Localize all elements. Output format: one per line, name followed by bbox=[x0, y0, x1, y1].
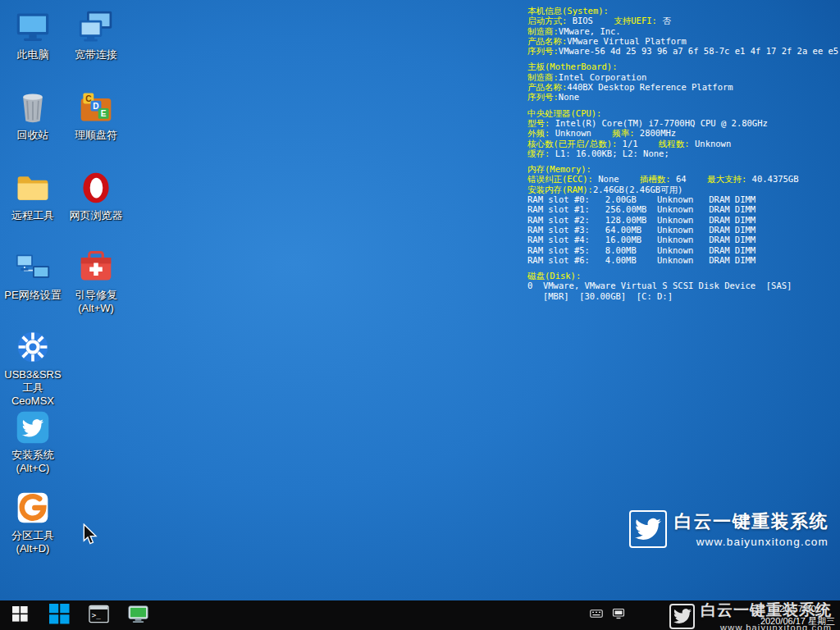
svg-text:E: E bbox=[101, 109, 107, 118]
system-info-line: 外频: Unknown 频率: 2800MHz bbox=[527, 128, 838, 138]
system-info-line: 型号: Intel(R) Core(TM) i7-7700HQ CPU @ 2.… bbox=[527, 118, 838, 128]
system-info-line: 产品名称:440BX Desktop Reference Platform bbox=[527, 82, 838, 92]
taskbar-app-buttons: >_ bbox=[0, 600, 158, 630]
desktop-icon-drive-letter-tool[interactable]: CDE理顺盘符 bbox=[66, 89, 126, 142]
taskbar: >_ 白云一键重装系统 www.baiyunxitong.com 20:57:3… bbox=[0, 600, 840, 630]
taskbar-clock[interactable]: 20:57:30 2020/06/17 星期三 bbox=[760, 603, 835, 627]
system-info-line: RAM slot #6: 4.00MB Unknown DRAM DIMM bbox=[527, 255, 838, 265]
system-info-line bbox=[527, 103, 838, 108]
windows-start-icon bbox=[12, 606, 28, 625]
system-info-line: 序列号:None bbox=[527, 92, 838, 102]
system-info-line: 缓存: L1: 16.00KB; L2: None; bbox=[527, 148, 838, 158]
network-monitors-icon bbox=[14, 249, 52, 286]
usb-gear-icon bbox=[14, 328, 52, 366]
svg-text:C: C bbox=[85, 94, 91, 103]
system-info-line: 产品名称:VMware Virtual Platform bbox=[527, 36, 838, 46]
desktop-icon-recycle-bin[interactable]: 回收站 bbox=[3, 89, 62, 142]
desktop-icon-boot-repair[interactable]: 引导修复(Alt+W) bbox=[66, 249, 126, 315]
taskbar-app-windows-app[interactable] bbox=[39, 600, 79, 630]
system-info-line: 制造商:Intel Corporation bbox=[527, 72, 838, 82]
bird-logo-icon bbox=[629, 510, 667, 548]
desktop-icon-usb3-srs-tools[interactable]: USB3&SRS工具CeoMSX bbox=[3, 328, 62, 408]
desktop-icon-partition-tool[interactable]: 分区工具(Alt+D) bbox=[3, 489, 62, 555]
desktop-icon-label: 回收站 bbox=[17, 129, 49, 142]
clock-date: 2020/06/17 星期三 bbox=[760, 615, 835, 627]
system-info-line: [MBR] [30.00GB] [C: D:] bbox=[527, 291, 838, 301]
system-info-line: 错误纠正(ECC): None 插槽数: 64 最大支持: 40.4375GB bbox=[527, 174, 838, 184]
computer-icon bbox=[14, 8, 52, 46]
tray-network-status[interactable] bbox=[612, 609, 625, 622]
system-info-line bbox=[527, 265, 838, 271]
svg-text:D: D bbox=[93, 102, 98, 111]
system-info-line: RAM slot #1: 256.00MB Unknown DRAM DIMM bbox=[527, 204, 838, 214]
system-info-line bbox=[527, 158, 838, 164]
system-info-line: 制造商:VMware, Inc. bbox=[527, 26, 838, 36]
system-info-line: 本机信息(System): bbox=[527, 6, 838, 16]
watermark-title: 白云一键重装系统 bbox=[674, 509, 829, 534]
desktop-icon-pe-network-settings[interactable]: PE网络设置 bbox=[3, 249, 62, 302]
cmd-icon: >_ bbox=[89, 604, 109, 628]
desktop-icon-install-system[interactable]: 安装系统(Alt+C) bbox=[3, 409, 62, 475]
desktop-icon-label: 远程工具 bbox=[11, 209, 54, 222]
desktop-icon-label: 理顺盘符 bbox=[75, 129, 117, 142]
keyboard-tray-icon bbox=[590, 607, 603, 623]
desktop: 此电脑宽带连接回收站CDE理顺盘符远程工具网页浏览器PE网络设置引导修复(Alt… bbox=[0, 0, 840, 600]
desktop-icon-label: 安装系统(Alt+C) bbox=[11, 449, 54, 475]
system-info-line: 安装内存(RAM):2.46GB(2.46GB可用) bbox=[527, 185, 838, 194]
system-info-line bbox=[527, 56, 838, 62]
system-info-line: 序列号:VMware-56 4d 25 93 96 a7 6f 58-7c e1… bbox=[527, 46, 838, 56]
repair-kit-icon bbox=[77, 249, 115, 286]
system-info-line: RAM slot #4: 16.00MB Unknown DRAM DIMM bbox=[527, 235, 838, 244]
desktop-icon-label: PE网络设置 bbox=[4, 289, 61, 302]
svg-text:>_: >_ bbox=[91, 610, 100, 619]
bird-app-icon bbox=[14, 409, 52, 446]
system-info-panel: 本机信息(System):启动方式: BIOS 支持UEFI: 否制造商:VMw… bbox=[527, 6, 838, 301]
system-info-line: 主板(MotherBoard): bbox=[527, 62, 838, 71]
pe-launcher-icon bbox=[128, 604, 148, 628]
network-tray-icon bbox=[612, 607, 625, 623]
system-tray bbox=[590, 600, 625, 630]
start-button[interactable] bbox=[0, 600, 39, 630]
dual-monitor-icon bbox=[77, 8, 115, 46]
desktop-icon-label: USB3&SRS工具CeoMSX bbox=[3, 368, 62, 408]
recycle-bin-icon bbox=[14, 89, 52, 126]
taskbar-app-pe-launcher[interactable] bbox=[118, 600, 158, 630]
clock-time: 20:57:30 bbox=[760, 603, 835, 615]
system-info-line: 磁盘(Disk): bbox=[527, 271, 838, 281]
desktop-icon-this-pc[interactable]: 此电脑 bbox=[3, 8, 62, 62]
system-info-line: 中央处理器(CPU): bbox=[527, 108, 838, 118]
drive-letters-icon: CDE bbox=[77, 89, 115, 126]
bird-logo-icon bbox=[669, 604, 695, 629]
desktop-icon-remote-tools[interactable]: 远程工具 bbox=[3, 169, 62, 222]
desktop-icon-web-browser[interactable]: 网页浏览器 bbox=[66, 169, 126, 222]
folder-icon bbox=[14, 169, 52, 207]
desktop-icon-label: 此电脑 bbox=[17, 48, 49, 62]
tray-input-indicator[interactable] bbox=[590, 609, 603, 622]
system-info-line: RAM slot #0: 2.00GB Unknown DRAM DIMM bbox=[527, 194, 838, 204]
windows-logo-icon bbox=[49, 604, 70, 628]
system-info-line: RAM slot #5: 8.00MB Unknown DRAM DIMM bbox=[527, 245, 838, 255]
system-info-line: 0 VMware, VMware Virtual S SCSI Disk Dev… bbox=[527, 281, 838, 290]
desktop-icon-label: 网页浏览器 bbox=[70, 209, 123, 222]
desktop-icon-label: 分区工具(Alt+D) bbox=[11, 529, 54, 555]
desktop-icon-broadband-connection[interactable]: 宽带连接 bbox=[66, 8, 126, 62]
mouse-cursor-icon bbox=[82, 523, 98, 549]
system-info-line: 核心数(已开启/总数): 1/1 线程数: Unknown bbox=[527, 139, 838, 148]
system-info-line: 启动方式: BIOS 支持UEFI: 否 bbox=[527, 16, 838, 25]
diskgenius-icon bbox=[14, 489, 52, 527]
desktop-icon-label: 引导修复(Alt+W) bbox=[75, 289, 117, 315]
desktop-icon-label: 宽带连接 bbox=[75, 48, 117, 62]
brand-watermark: 白云一键重装系统 www.baiyunxitong.com bbox=[629, 509, 829, 548]
system-info-line: RAM slot #3: 64.00MB Unknown DRAM DIMM bbox=[527, 225, 838, 235]
opera-icon bbox=[77, 169, 115, 207]
system-info-line: 内存(Memory): bbox=[527, 164, 838, 174]
system-info-line: RAM slot #2: 128.00MB Unknown DRAM DIMM bbox=[527, 215, 838, 225]
watermark-url: www.baiyunxitong.com bbox=[696, 536, 829, 548]
taskbar-app-cmd-app[interactable]: >_ bbox=[79, 600, 118, 630]
